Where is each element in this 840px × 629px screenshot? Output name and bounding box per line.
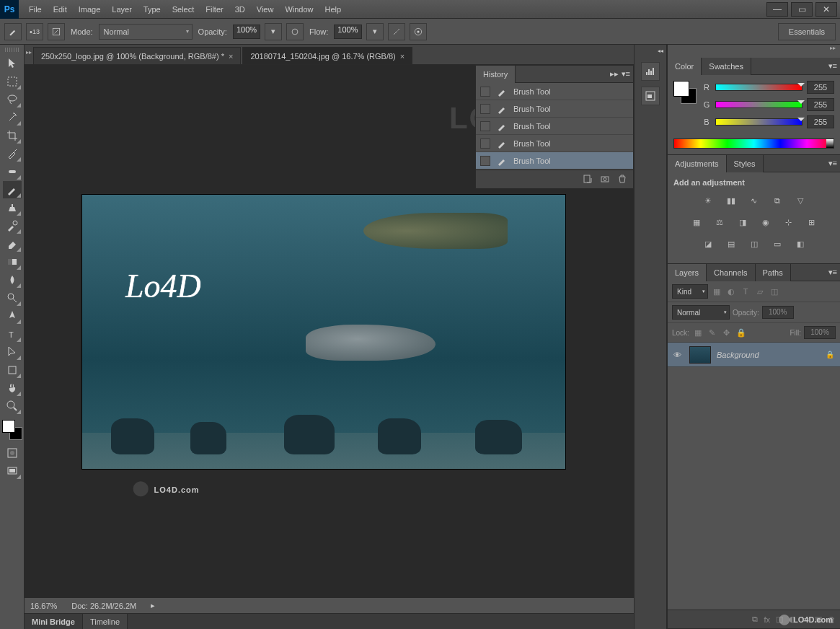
filter-shape-icon[interactable]: ▱ [754, 286, 766, 297]
paths-tab[interactable]: Paths [756, 264, 791, 281]
lock-all-icon[interactable]: 🔒 [735, 327, 747, 338]
crop-tool[interactable] [3, 127, 22, 144]
menu-filter[interactable]: Filter [200, 0, 229, 19]
color-tab[interactable]: Color [668, 58, 702, 75]
color-swatch-tool[interactable] [2, 420, 22, 440]
mini-bridge-tab[interactable]: Mini Bridge [25, 614, 83, 630]
pressure-opacity-toggle[interactable] [286, 23, 304, 40]
document-info[interactable]: Doc: 26.2M/26.2M [71, 602, 136, 610]
opacity-dropdown[interactable]: ▾ [265, 23, 282, 40]
history-item[interactable]: Brush Tool [476, 118, 633, 135]
channel-mixer-icon[interactable]: ⊹ [781, 214, 797, 230]
link-layers-icon[interactable]: ⧉ [752, 615, 758, 624]
pen-tool[interactable] [3, 307, 22, 325]
expand-tabs-icon[interactable]: ▸▸ [26, 49, 32, 56]
snapshot-icon[interactable] [600, 174, 610, 185]
pressure-size-toggle[interactable] [410, 23, 427, 40]
history-tab[interactable]: History [476, 66, 516, 83]
path-selection-tool[interactable] [3, 343, 22, 361]
fill-value[interactable]: 100% [804, 326, 836, 339]
b-slider[interactable] [715, 118, 803, 126]
history-checkbox[interactable] [480, 87, 490, 97]
maximize-button[interactable]: ▭ [791, 2, 813, 17]
lookup-icon[interactable]: ⊞ [804, 214, 820, 230]
marquee-tool[interactable] [3, 73, 22, 90]
lock-pixels-icon[interactable]: ✎ [707, 327, 718, 338]
panel-menu-icon[interactable]: ▾≡ [828, 159, 837, 168]
history-item[interactable]: Brush Tool [476, 135, 633, 152]
hue-icon[interactable]: ▦ [689, 214, 704, 230]
menu-layer[interactable]: Layer [106, 0, 138, 19]
lock-position-icon[interactable]: ✥ [721, 327, 733, 338]
workspace-switcher[interactable]: Essentials [778, 23, 836, 40]
canvas-viewport[interactable]: LO4D.com Lo4D ⬤ LO4D.com History ▸▸▾≡ Br… [25, 65, 634, 597]
history-checkbox[interactable] [480, 156, 490, 166]
new-document-icon[interactable] [583, 174, 593, 185]
zoom-tool[interactable] [3, 397, 22, 415]
navigator-icon[interactable] [641, 87, 660, 105]
visibility-icon[interactable]: 👁 [673, 351, 684, 359]
eraser-tool[interactable] [3, 235, 22, 252]
healing-brush-tool[interactable] [3, 163, 22, 180]
menu-view[interactable]: View [251, 0, 280, 19]
swatches-tab[interactable]: Swatches [702, 58, 751, 75]
filter-kind-dropdown[interactable]: Kind [672, 284, 708, 299]
foreground-background-swatch[interactable] [673, 81, 697, 104]
panel-menu-icon[interactable]: ▾≡ [828, 268, 837, 277]
threshold-icon[interactable]: ◫ [746, 236, 762, 252]
menu-3d[interactable]: 3D [229, 0, 251, 19]
panel-menu-icon[interactable]: ▾≡ [622, 69, 630, 79]
blend-mode-dropdown[interactable]: Normal [99, 24, 193, 40]
menu-type[interactable]: Type [138, 0, 167, 19]
history-brush-tool[interactable] [3, 217, 22, 234]
r-slider[interactable] [715, 84, 803, 91]
blend-mode-dropdown[interactable]: Normal [672, 305, 730, 320]
layer-name[interactable]: Background [717, 351, 820, 359]
brush-preset-picker[interactable]: •13 [26, 23, 43, 40]
layer-style-icon[interactable]: fx [764, 615, 770, 624]
canvas[interactable]: Lo4D [82, 195, 565, 469]
zoom-level[interactable]: 16.67% [30, 602, 57, 610]
color-spectrum[interactable] [673, 138, 834, 149]
layer-opacity-value[interactable]: 100% [762, 306, 794, 319]
history-checkbox[interactable] [480, 138, 490, 149]
brush-panel-toggle[interactable] [48, 23, 65, 40]
document-tab[interactable]: 250x250_logo.jpg @ 100% (Background, RGB… [33, 47, 241, 64]
clone-stamp-tool[interactable] [3, 199, 22, 216]
selective-color-icon[interactable]: ◧ [792, 236, 808, 252]
blur-tool[interactable] [3, 271, 22, 289]
tab-close-icon[interactable]: × [400, 52, 404, 61]
photo-filter-icon[interactable]: ◉ [758, 214, 774, 230]
filter-type-icon[interactable]: T [740, 286, 751, 297]
panel-menu-icon[interactable]: ▾≡ [828, 61, 837, 71]
expand-panels-icon[interactable]: ▸▸ [668, 45, 840, 58]
move-tool[interactable] [3, 55, 22, 72]
g-slider[interactable] [715, 101, 803, 108]
quick-mask-toggle[interactable] [3, 444, 22, 462]
document-tab[interactable]: 20180714_150204.jpg @ 16.7% (RGB/8) × [242, 47, 412, 64]
levels-icon[interactable]: ▮▮ [723, 193, 739, 208]
histogram-icon[interactable] [641, 62, 660, 81]
curves-icon[interactable]: ∿ [746, 193, 762, 208]
vibrance-icon[interactable]: ▽ [792, 193, 808, 208]
dodge-tool[interactable] [3, 289, 22, 307]
lock-transparency-icon[interactable]: ▦ [692, 327, 704, 338]
g-value[interactable]: 255 [807, 98, 834, 111]
channels-tab[interactable]: Channels [707, 264, 755, 281]
color-balance-icon[interactable]: ⚖ [712, 214, 728, 230]
panel-grip[interactable] [5, 48, 19, 52]
brightness-icon[interactable]: ☀ [700, 193, 716, 208]
close-button[interactable]: ✕ [815, 2, 837, 17]
history-checkbox[interactable] [480, 121, 490, 131]
layer-thumbnail[interactable] [689, 346, 711, 364]
gradient-tool[interactable] [3, 253, 22, 270]
b-value[interactable]: 255 [807, 115, 834, 128]
adjustments-tab[interactable]: Adjustments [668, 155, 727, 172]
tool-preset-picker[interactable] [4, 23, 22, 40]
magic-wand-tool[interactable] [3, 109, 22, 126]
shape-tool[interactable] [3, 361, 22, 379]
hand-tool[interactable] [3, 379, 22, 397]
history-checkbox[interactable] [480, 104, 490, 114]
opacity-input[interactable]: 100% [233, 25, 260, 39]
styles-tab[interactable]: Styles [727, 155, 764, 172]
